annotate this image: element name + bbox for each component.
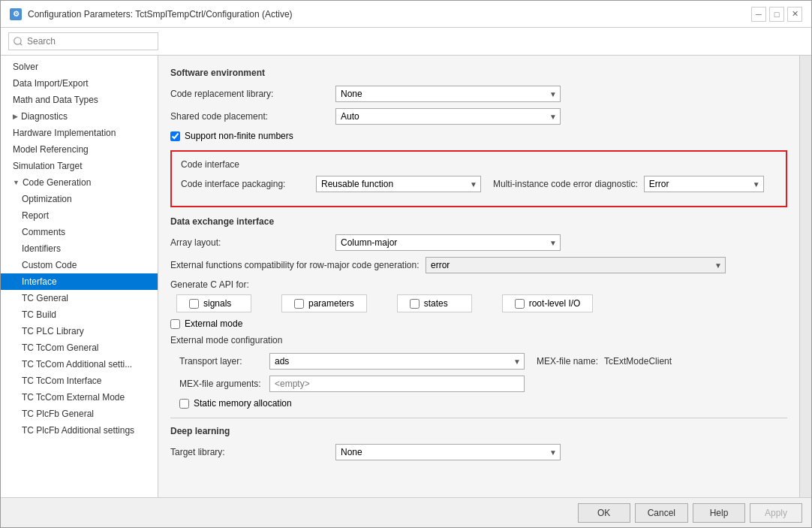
code-interface-packaging-row: Code interface packaging: Reusable funct… [181,176,777,192]
maximize-button[interactable]: □ [769,7,784,22]
sidebar-item-tc-tccom-additional[interactable]: TC TcCom Additional setti... [1,356,158,373]
multi-instance-value: Error [649,179,750,189]
support-non-finite-checkbox[interactable] [170,131,180,141]
parameters-checkbox[interactable] [294,299,304,309]
sidebar-item-code-generation[interactable]: ▼ Code Generation [1,174,158,191]
deep-learning-title: Deep learning [170,426,787,436]
ok-button[interactable]: OK [578,503,630,523]
transport-layer-value: ads [275,356,510,367]
sidebar-item-math-data-types[interactable]: Math and Data Types [1,92,158,108]
code-interface-packaging-value: Reusable function [321,179,467,189]
generate-c-api-section: Generate C API for: signals parameters [170,279,787,312]
states-checkbox-group: states [397,294,472,312]
cancel-button[interactable]: Cancel [635,503,688,523]
search-input[interactable] [8,32,158,50]
sidebar-item-model-referencing[interactable]: Model Referencing [1,141,158,158]
sidebar-item-label: Code Generation [23,177,91,188]
external-functions-dropdown[interactable]: error ▼ [426,257,726,273]
sidebar-item-label: Identifiers [22,243,61,254]
external-mode-checkbox[interactable] [170,319,180,329]
dropdown-arrow-icon: ▼ [753,180,760,189]
sidebar-item-simulation-target[interactable]: Simulation Target [1,158,158,174]
scrollbar[interactable] [799,56,811,497]
code-interface-packaging-dropdown[interactable]: Reusable function ▼ [316,176,481,192]
sidebar-item-interface[interactable]: Interface [1,273,158,290]
root-level-io-checkbox[interactable] [515,299,525,309]
apply-button[interactable]: Apply [750,503,802,523]
signals-label: signals [203,298,231,309]
signals-checkbox[interactable] [189,299,199,309]
software-environment-title: Software environment [170,68,787,78]
shared-code-value: Auto [341,111,546,122]
states-label: states [424,298,448,309]
close-button[interactable]: ✕ [787,7,802,22]
target-library-dropdown[interactable]: None ▼ [335,444,561,460]
signals-checkbox-group: signals [176,294,251,312]
transport-layer-row: Transport layer: ads ▼ MEX-file name: Tc… [179,353,787,370]
external-functions-value: error [431,260,711,270]
sidebar-item-solver[interactable]: Solver [1,59,158,75]
parameters-label: parameters [308,298,354,309]
sidebar-item-report[interactable]: Report [1,207,158,224]
root-level-io-label: root-level I/O [529,298,581,309]
sidebar-item-label: Comments [22,227,65,237]
sidebar-item-data-import-export[interactable]: Data Import/Export [1,75,158,92]
expand-icon: ▼ [13,179,20,186]
dropdown-arrow-icon: ▼ [549,90,557,98]
multi-instance-label: Multi-instance code error diagnostic: [493,179,638,189]
code-replacement-dropdown[interactable]: None ▼ [335,86,561,102]
sidebar-item-hardware-implementation[interactable]: Hardware Implementation [1,125,158,141]
sidebar-item-label: TC PlcFb Additional settings [22,425,134,436]
shared-code-dropdown[interactable]: Auto ▼ [335,108,561,125]
sidebar-item-label: Model Referencing [13,144,89,155]
transport-layer-dropdown[interactable]: ads ▼ [269,353,525,370]
sidebar-item-label: TC TcCom General [22,342,98,353]
array-layout-value: Column-major [341,237,546,248]
app-icon: ⚙ [10,8,22,20]
sidebar-item-tc-tccom-external-mode[interactable]: TC TcCom External Mode [1,389,158,406]
target-library-value: None [341,447,546,457]
deep-learning-divider [170,418,787,418]
support-non-finite-label: Support non-finite numbers [185,131,293,141]
external-mode-label: External mode [185,318,242,329]
root-level-io-checkbox-group: root-level I/O [502,294,594,312]
sidebar-item-label: Optimization [22,194,72,204]
sidebar-item-label: Simulation Target [13,161,83,171]
parameters-checkbox-group: parameters [281,294,367,312]
mex-file-arguments-label: MEX-file arguments: [179,379,269,389]
sidebar-item-custom-code[interactable]: Custom Code [1,257,158,273]
mex-file-arguments-row: MEX-file arguments: [179,376,787,392]
array-layout-dropdown[interactable]: Column-major ▼ [335,234,561,251]
sidebar-item-label: Custom Code [22,260,77,270]
dropdown-arrow-icon: ▼ [549,448,557,457]
sidebar-item-tc-build[interactable]: TC Build [1,306,158,323]
sidebar-item-comments[interactable]: Comments [1,224,158,240]
states-checkbox[interactable] [410,299,420,309]
sidebar-item-tc-plc-library[interactable]: TC PLC Library [1,323,158,339]
minimize-button[interactable]: ─ [751,7,766,22]
mex-file-name-label: MEX-file name: [537,356,598,367]
sidebar-item-identifiers[interactable]: Identifiers [1,240,158,257]
multi-instance-dropdown[interactable]: Error ▼ [644,176,764,192]
sidebar-item-label: Hardware Implementation [13,128,116,138]
code-interface-section: Code interface Code interface packaging:… [170,150,787,207]
sidebar-item-label: TC TcCom External Mode [22,392,125,403]
sidebar-item-tc-plcfb-additional[interactable]: TC PlcFb Additional settings [1,422,158,439]
sidebar-item-tc-tccom-general[interactable]: TC TcCom General [1,339,158,356]
dropdown-arrow-icon: ▼ [513,358,521,366]
sidebar-item-label: TC Build [22,309,56,320]
sidebar-item-diagnostics[interactable]: ▶ Diagnostics [1,108,158,125]
sidebar-item-optimization[interactable]: Optimization [1,191,158,207]
shared-code-row: Shared code placement: Auto ▼ [170,108,787,125]
sidebar-item-tc-tccom-interface[interactable]: TC TcCom Interface [1,373,158,389]
title-bar: ⚙ Configuration Parameters: TctSmplTempC… [1,1,811,28]
shared-code-label: Shared code placement: [170,111,335,122]
static-memory-checkbox[interactable] [179,399,189,409]
external-mode-config-indent: Transport layer: ads ▼ MEX-file name: Tc… [170,353,787,409]
search-bar [1,28,811,56]
mex-file-arguments-input[interactable] [269,376,525,392]
sidebar-item-tc-plcfb-general[interactable]: TC PlcFb General [1,406,158,422]
help-button[interactable]: Help [693,503,745,523]
dropdown-arrow-icon: ▼ [470,180,477,189]
sidebar-item-tc-general[interactable]: TC General [1,290,158,306]
